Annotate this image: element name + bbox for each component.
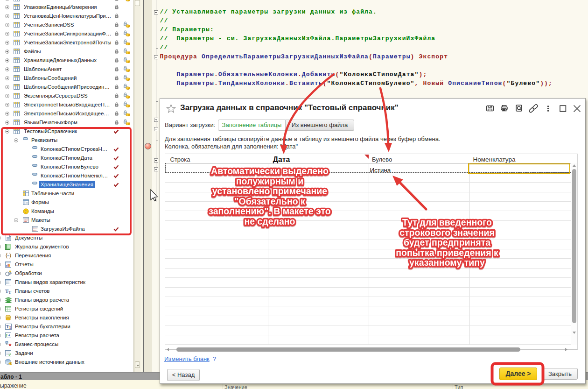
svg-text:Тут для введенного: Тут для введенного	[402, 217, 492, 227]
svg-text:"Обязательно к: "Обязательно к	[234, 196, 305, 206]
svg-text:установлено примечание: установлено примечание	[212, 186, 327, 196]
svg-text:попытка приведения к: попытка приведения к	[396, 248, 498, 258]
svg-text:полужирным и: полужирным и	[236, 176, 303, 186]
svg-text:строкового значения: строкового значения	[399, 227, 495, 238]
svg-text:заполнению". В макете это: заполнению". В макете это	[209, 206, 330, 216]
svg-text:не сделано: не сделано	[244, 216, 295, 226]
svg-text:будет предпринята: будет предпринята	[404, 237, 490, 248]
svg-text:указанному типу: указанному типу	[409, 257, 485, 268]
svg-text:Автоматически выделено: Автоматически выделено	[211, 166, 329, 176]
